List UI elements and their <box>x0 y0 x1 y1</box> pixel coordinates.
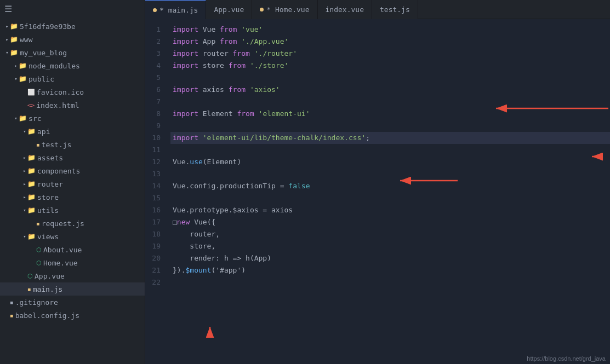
token: }). <box>173 266 185 274</box>
token: from <box>224 85 250 94</box>
tree-item-store[interactable]: ▸ 📁 store <box>0 190 145 204</box>
code-line-20: 20 render: h => h(App) <box>145 252 610 264</box>
tab-main_js[interactable]: * main.js <box>145 0 206 19</box>
folder-open-icon: 📁 <box>27 154 36 161</box>
tree-item-gitignore[interactable]: ◾ .gitignore <box>0 296 145 309</box>
tree-item-src[interactable]: ▾ 📁 src <box>0 112 145 125</box>
tree-label-my_vue_blog: my_vue_blog <box>20 49 140 57</box>
tree-label-index_html: index.html <box>36 101 140 109</box>
hamburger-icon[interactable]: ☰ <box>4 4 12 14</box>
line-content-3: import router from './router' <box>170 48 610 60</box>
token: Vue <box>173 182 185 190</box>
tree-item-about_vue[interactable]: ⬡ About.vue <box>0 243 145 256</box>
code-line-1: 1import Vue from 'vue' <box>145 24 610 36</box>
line-number-1: 1 <box>145 24 170 36</box>
tree-item-request_js[interactable]: ◾ request.js <box>0 217 145 230</box>
line-content-1: import Vue from 'vue' <box>170 24 610 36</box>
token: render: h => h(App) <box>173 254 271 262</box>
tab-test_js[interactable]: test.js <box>372 0 418 19</box>
tree-item-main_js[interactable]: ◾ main.js <box>0 282 145 296</box>
tree-label-test_js: test.js <box>42 141 140 149</box>
tree-item-utils[interactable]: ▾ 📁 utils <box>0 204 145 217</box>
line-number-17: 17 <box>145 216 170 228</box>
token: import <box>173 134 203 142</box>
token: import <box>173 37 203 45</box>
token: (Element) <box>203 158 241 166</box>
js-icon: ◾ <box>27 286 31 293</box>
tab-Home_vue[interactable]: * Home.vue <box>252 0 317 19</box>
token: from <box>233 109 259 118</box>
line-number-11: 11 <box>145 144 170 156</box>
line-number-21: 21 <box>145 264 170 276</box>
tab-label: App.vue <box>214 5 244 14</box>
tab-label: * Home.vue <box>266 5 309 14</box>
line-content-6: import axios from 'axios' <box>170 84 610 96</box>
js-icon: ◾ <box>10 312 14 319</box>
token: Vue <box>194 218 207 226</box>
tab-index_vue[interactable]: index.vue <box>318 0 372 19</box>
code-line-15: 15 <box>145 192 610 204</box>
tree-item-hash[interactable]: ▸ 📁 5f16dfa9e93be <box>0 20 145 33</box>
tree-item-api[interactable]: ▾ 📁 api <box>0 125 145 138</box>
tree-label-favicon: favicon.ico <box>37 88 140 96</box>
line-number-16: 16 <box>145 204 170 216</box>
tree-label-store: store <box>37 193 140 201</box>
tab-bar: * main.jsApp.vue* Home.vueindex.vuetest.… <box>145 0 610 19</box>
modified-dot <box>260 8 264 11</box>
tab-App_vue[interactable]: App.vue <box>206 0 252 19</box>
token: import <box>173 85 203 94</box>
tree-item-home_vue[interactable]: ⬡ Home.vue <box>0 256 145 269</box>
sidebar: ☰ ▸ 📁 5f16dfa9e93be ▸ 📁 www ▾ 📁 my_vue_b… <box>0 0 145 364</box>
tree-label-www: www <box>20 36 140 44</box>
tree-item-views[interactable]: ▾ 📁 views <box>0 230 145 243</box>
html-icon: <> <box>27 102 35 109</box>
tab-label: index.vue <box>326 5 364 14</box>
tree-label-gitignore: .gitignore <box>15 298 140 307</box>
token: from <box>215 25 241 33</box>
line-content-20: render: h => h(App) <box>170 252 610 264</box>
token: $mount <box>185 266 211 274</box>
code-area[interactable]: 1import Vue from 'vue'2import App from '… <box>145 19 610 364</box>
line-number-20: 20 <box>145 252 170 264</box>
tree-label-request_js: request.js <box>42 219 140 228</box>
img-icon: ⬜ <box>27 89 35 96</box>
tree-label-main_js: main.js <box>33 285 140 293</box>
line-content-8: import Element from 'element-ui' <box>170 108 610 120</box>
tree-item-public[interactable]: ▾ 📁 public <box>0 72 145 85</box>
code-line-10: 10import 'element-ui/lib/theme-chalk/ind… <box>145 132 610 144</box>
tree-label-api: api <box>37 128 140 136</box>
tree-label-utils: utils <box>37 206 140 215</box>
line-number-4: 4 <box>145 60 170 72</box>
tree-item-babel_config[interactable]: ◾ babel.config.js <box>0 309 145 322</box>
tree-item-components[interactable]: ▸ 📁 components <box>0 164 145 177</box>
tree-item-assets[interactable]: ▸ 📁 assets <box>0 151 145 164</box>
tree-item-app_vue[interactable]: ⬡ App.vue <box>0 269 145 282</box>
code-line-16: 16Vue.prototype.$axios = axios <box>145 204 610 216</box>
line-number-13: 13 <box>145 168 170 180</box>
tree-item-favicon[interactable]: ⬜ favicon.ico <box>0 85 145 99</box>
tree-item-test_js[interactable]: ◾ test.js <box>0 138 145 151</box>
tree-item-router[interactable]: ▸ 📁 router <box>0 177 145 190</box>
token: './router' <box>254 49 297 57</box>
token: .config.productionTip = <box>185 182 288 190</box>
tree-item-my_vue_blog[interactable]: ▾ 📁 my_vue_blog <box>0 46 145 59</box>
token: Vue <box>203 25 215 33</box>
code-line-11: 11 <box>145 144 610 156</box>
line-content-12: Vue.use(Element) <box>170 156 610 168</box>
folder-open-icon: 📁 <box>27 167 36 175</box>
file-generic-icon: ◾ <box>10 299 14 306</box>
vue-icon: ⬡ <box>36 259 42 267</box>
tree-label-about_vue: About.vue <box>43 246 140 254</box>
tree-item-index_html[interactable]: <> index.html <box>0 99 145 112</box>
tree-label-components: components <box>37 167 140 175</box>
token: App <box>203 37 215 45</box>
sidebar-header: ☰ <box>0 0 145 18</box>
token: 'element-ui/lib/theme-chalk/index.css' <box>203 134 366 142</box>
line-number-8: 8 <box>145 108 170 120</box>
folder-open-icon: 📁 <box>10 36 18 43</box>
tree-item-node_modules[interactable]: ▸ 📁 node_modules <box>0 59 145 72</box>
tree-label-views: views <box>37 233 140 241</box>
vue-icon: ⬡ <box>36 246 42 253</box>
tree-item-www[interactable]: ▸ 📁 www <box>0 33 145 46</box>
token: Vue <box>173 158 185 166</box>
